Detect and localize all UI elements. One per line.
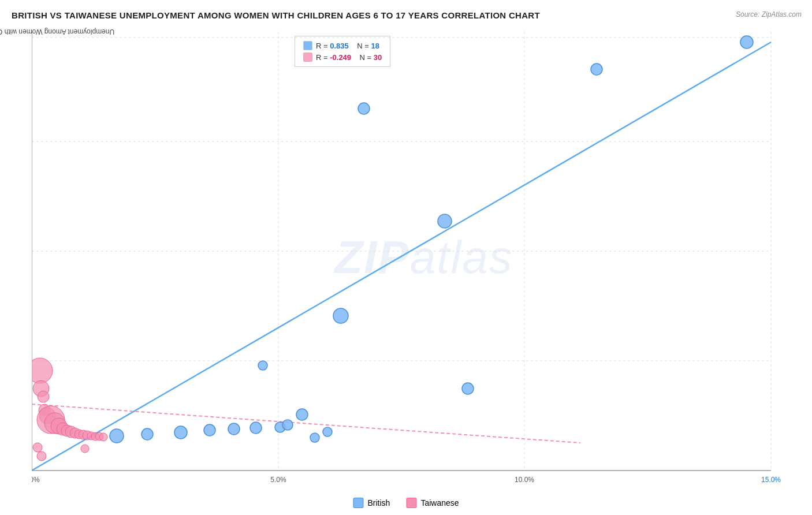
legend-british: British	[353, 498, 390, 508]
chart-container: BRITISH VS TAIWANESE UNEMPLOYMENT AMONG …	[0, 0, 812, 515]
svg-text:0.0%: 0.0%	[32, 476, 40, 484]
svg-point-60	[591, 64, 602, 75]
svg-point-61	[258, 361, 267, 370]
svg-text:5.0%: 5.0%	[270, 476, 286, 484]
svg-point-40	[99, 433, 107, 441]
british-label: British	[367, 498, 390, 507]
svg-point-50	[141, 428, 153, 440]
svg-point-45	[438, 214, 452, 228]
taiwanese-legend-square	[406, 498, 416, 508]
bottom-legend: British Taiwanese	[353, 498, 459, 508]
svg-point-52	[204, 424, 215, 436]
svg-point-41	[33, 443, 42, 452]
svg-point-56	[282, 420, 293, 430]
svg-point-22	[32, 358, 53, 383]
legend-taiwanese: Taiwanese	[406, 498, 459, 508]
svg-point-44	[358, 103, 370, 114]
svg-point-43	[81, 445, 89, 453]
svg-line-20	[32, 42, 771, 471]
svg-point-46	[333, 308, 348, 323]
chart-svg: 0.0% 25.0% 50.0% 75.0% 100.0% 0.0% 5.0% …	[32, 32, 788, 488]
svg-point-47	[462, 383, 474, 394]
svg-text:10.0%: 10.0%	[515, 476, 534, 484]
svg-point-24	[38, 391, 49, 402]
svg-point-51	[174, 426, 187, 439]
svg-point-59	[740, 36, 753, 48]
svg-point-53	[228, 423, 240, 435]
taiwanese-label: Taiwanese	[420, 498, 459, 507]
svg-point-58	[310, 433, 319, 442]
svg-point-42	[37, 451, 46, 461]
svg-point-49	[323, 427, 332, 436]
source-label: Source: ZipAtlas.com	[736, 10, 802, 18]
svg-point-48	[296, 409, 308, 420]
chart-title: BRITISH VS TAIWANESE UNEMPLOYMENT AMONG …	[12, 10, 540, 20]
svg-point-57	[110, 429, 124, 443]
british-legend-square	[353, 498, 363, 508]
svg-text:15.0%: 15.0%	[761, 476, 781, 484]
svg-point-54	[250, 422, 262, 434]
